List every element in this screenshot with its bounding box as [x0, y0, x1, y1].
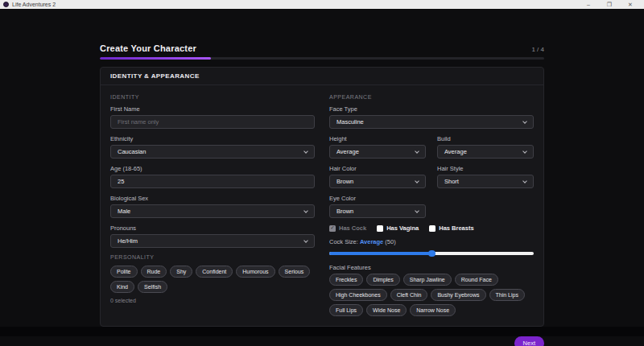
ethnicity-label: Ethnicity: [110, 135, 315, 142]
pronouns-value: He/Him: [118, 237, 138, 245]
personality-trait-chip[interactable]: Rude: [141, 266, 167, 278]
anatomy-checkbox[interactable]: ✓ Has Vagina: [377, 224, 419, 232]
face-type-field: Face Type Masculine: [329, 105, 534, 129]
maximize-button[interactable]: ❐: [599, 0, 620, 9]
anatomy-checkbox[interactable]: ✓ Has Breasts: [429, 224, 473, 232]
progress-bar: [100, 57, 544, 60]
height-value: Average: [336, 148, 359, 155]
age-input[interactable]: [110, 175, 315, 188]
personality-trait-chip[interactable]: Serious: [279, 266, 311, 278]
close-button[interactable]: ✕: [620, 0, 641, 9]
facial-feature-chip[interactable]: Wide Nose: [366, 304, 407, 316]
personality-trait-chip[interactable]: Humorous: [236, 266, 275, 278]
biological-sex-value: Male: [118, 208, 130, 215]
step-indicator: 1 / 4: [531, 46, 544, 53]
facial-feature-chip[interactable]: Round Face: [455, 274, 498, 286]
hair-color-value: Brown: [336, 178, 353, 185]
ethnicity-value: Caucasian: [118, 148, 146, 155]
personality-trait-chip[interactable]: Polite: [110, 266, 138, 278]
cock-size-label: Cock Size: Average (50): [329, 238, 534, 245]
chevron-down-icon: [522, 119, 527, 124]
facial-feature-chip[interactable]: Thin Lips: [489, 289, 525, 301]
facial-feature-chip[interactable]: Dimples: [366, 274, 399, 286]
personality-trait-chip[interactable]: Confident: [196, 266, 233, 278]
eye-color-field: Eye Color Brown: [329, 195, 534, 218]
hair-color-field: Hair Color Brown: [329, 165, 426, 188]
eye-color-select[interactable]: Brown: [329, 204, 426, 218]
personality-section-label: PERSONALITY: [110, 254, 315, 260]
chevron-down-icon: [522, 179, 527, 183]
chevron-down-icon: [522, 149, 527, 154]
identity-section-label: IDENTITY: [110, 94, 315, 100]
hair-style-field: Hair Style Short: [437, 165, 534, 188]
first-name-label: First Name: [110, 105, 315, 113]
personality-trait-chip[interactable]: Kind: [110, 281, 134, 293]
cock-size-slider-fill: [329, 252, 431, 255]
facial-feature-chip[interactable]: Bushy Eyebrows: [431, 289, 485, 301]
age-field: Age (18-65): [110, 165, 315, 188]
personality-trait-chip[interactable]: Shy: [170, 266, 192, 278]
cock-size-slider[interactable]: [329, 249, 534, 257]
first-name-input[interactable]: [110, 115, 315, 129]
facial-feature-chip[interactable]: Narrow Nose: [410, 304, 456, 316]
face-type-select[interactable]: Masculine: [329, 115, 534, 129]
anatomy-checkbox-label: Has Breasts: [439, 224, 473, 232]
cock-size-slider-thumb[interactable]: [428, 250, 436, 257]
anatomy-checkboxes: ✓ Has Cock ✓ Has Vagina ✓ Has Brea: [329, 224, 534, 232]
chevron-down-icon: [303, 208, 308, 213]
facial-feature-chip[interactable]: Full Lips: [329, 304, 363, 316]
face-type-value: Masculine: [336, 118, 364, 126]
chevron-down-icon: [415, 208, 419, 213]
appearance-section-label: APPEARANCE: [329, 94, 534, 100]
anatomy-checkbox[interactable]: ✓ Has Cock: [329, 224, 366, 232]
ethnicity-field: Ethnicity Caucasian: [110, 135, 315, 159]
build-select[interactable]: Average: [437, 145, 534, 159]
build-label: Build: [437, 135, 534, 142]
hair-style-select[interactable]: Short: [437, 175, 534, 188]
facial-features-chips: FrecklesDimplesSharp JawlineRound FaceHi…: [329, 274, 534, 316]
anatomy-checkbox-label: Has Vagina: [386, 224, 419, 232]
hair-color-label: Hair Color: [329, 165, 426, 172]
height-select[interactable]: Average: [329, 145, 426, 159]
biological-sex-select[interactable]: Male: [110, 204, 315, 218]
biological-sex-field: Biological Sex Male: [110, 195, 315, 218]
face-type-label: Face Type: [329, 105, 534, 113]
biological-sex-label: Biological Sex: [110, 195, 315, 202]
build-field: Build Average: [437, 135, 534, 159]
app-icon: [3, 2, 9, 7]
hair-style-value: Short: [444, 178, 459, 185]
identity-appearance-panel: IDENTITY & APPEARANCE IDENTITY First Nam…: [100, 67, 544, 327]
cock-size-value-word: Average: [360, 238, 383, 245]
eye-color-label: Eye Color: [329, 195, 534, 202]
identity-column: IDENTITY First Name Ethnicity Caucasian: [110, 93, 315, 316]
facial-feature-chip[interactable]: Sharp Jawline: [403, 274, 452, 286]
age-label: Age (18-65): [110, 165, 315, 172]
height-field: Height Average: [329, 135, 426, 159]
next-button[interactable]: Next: [514, 336, 544, 346]
checkbox-icon: ✓: [377, 225, 383, 232]
panel-title: IDENTITY & APPEARANCE: [101, 68, 543, 85]
bottom-strip: [0, 327, 644, 336]
ethnicity-select[interactable]: Caucasian: [110, 145, 315, 159]
checkmark-icon: ✓: [330, 225, 334, 231]
hair-color-select[interactable]: Brown: [329, 175, 426, 188]
personality-chips: PoliteRudeShyConfidentHumorousSeriousKin…: [110, 266, 315, 293]
pronouns-select[interactable]: He/Him: [110, 234, 315, 248]
chevron-down-icon: [303, 149, 308, 154]
chevron-down-icon: [415, 179, 419, 183]
facial-feature-chip[interactable]: Cleft Chin: [390, 289, 428, 301]
checkbox-icon: ✓: [429, 225, 436, 232]
app-background: Create Your Character 1 / 4 IDENTITY & A…: [0, 9, 644, 336]
personality-trait-chip[interactable]: Selfish: [138, 281, 167, 293]
appearance-column: APPEARANCE Face Type Masculine Height Av: [329, 93, 534, 316]
first-name-field: First Name: [110, 105, 315, 129]
personality-selected-count: 0 selected: [110, 298, 315, 303]
pronouns-field: Pronouns He/Him: [110, 224, 315, 248]
titlebar: Life Adventures 2 – ❐ ✕: [0, 0, 644, 9]
chevron-down-icon: [303, 238, 308, 243]
hair-style-label: Hair Style: [437, 165, 534, 172]
build-value: Average: [444, 148, 467, 155]
minimize-button[interactable]: –: [578, 0, 599, 9]
facial-feature-chip[interactable]: High Cheekbones: [329, 289, 387, 301]
facial-feature-chip[interactable]: Freckles: [329, 274, 363, 286]
